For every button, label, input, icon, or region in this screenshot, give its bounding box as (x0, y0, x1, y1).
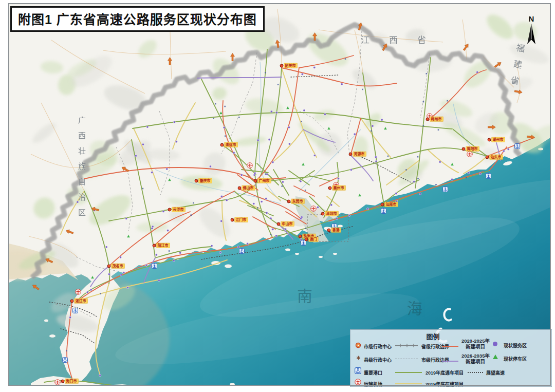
svg-text:清远市: 清远市 (226, 142, 236, 147)
svg-text:肇庆市: 肇庆市 (199, 178, 211, 183)
port-icon (443, 187, 448, 192)
north-arrow: N (521, 15, 542, 48)
legend-construction-2019: 2019年底在建项目 (425, 381, 464, 387)
north-arrow-icon (524, 23, 539, 46)
svg-text:韶关市: 韶关市 (285, 63, 296, 68)
svg-text:茂名市: 茂名市 (113, 264, 123, 268)
port-icon (381, 209, 386, 214)
svg-text:澳门: 澳门 (310, 237, 317, 241)
port-icon (486, 174, 491, 179)
map-page: 韶关市清远市河源市梅州市潮州市揭阳市汕头市汕尾市惠州市广州市东莞市深圳市佛山市肇… (0, 0, 555, 392)
legend: 图例 市级行政中心 省级行政边界 2020-2025年 新建项目 现状服务区 县… (350, 329, 552, 387)
legend-proj-2020: 2020-2025年 新建项目 (461, 339, 490, 349)
port-icon (515, 144, 520, 149)
port-icon (355, 367, 361, 374)
svg-text:梅州市: 梅州市 (431, 117, 442, 121)
port-icon (73, 308, 78, 313)
legend-airport: 运输机场 (364, 381, 382, 387)
port-icon (63, 358, 68, 363)
svg-text:香港: 香港 (332, 228, 340, 232)
city-center-icon (355, 342, 361, 348)
port-icon (301, 240, 306, 246)
svg-text:广州市: 广州市 (259, 178, 270, 183)
svg-text:汕尾市: 汕尾市 (386, 202, 397, 207)
legend-parking-area: 现状停车区 (504, 356, 527, 362)
svg-text:汕头市: 汕头市 (491, 155, 502, 159)
legend-prospective: 展望高速 (486, 369, 505, 376)
svg-text:湛江市: 湛江市 (76, 298, 86, 303)
legend-open-2019: 2019年底通车项目 (425, 369, 464, 376)
county-center-icon (356, 356, 361, 360)
legend-port: 重要港口 (364, 369, 382, 376)
proj-2020-sample (442, 346, 458, 347)
legend-municipal-boundary: 市级行政边界 (421, 357, 449, 363)
svg-text:云浮市: 云浮市 (173, 207, 184, 212)
airport-icon (55, 380, 61, 385)
map-svg: 韶关市清远市河源市梅州市潮州市揭阳市汕头市汕尾市惠州市广州市东莞市深圳市佛山市肇… (8, 3, 551, 386)
province-boundary-sample (395, 343, 418, 348)
airport-icon (467, 152, 473, 157)
svg-text:惠州市: 惠州市 (334, 185, 344, 190)
svg-text:江门市: 江门市 (236, 217, 247, 222)
port-icon (239, 249, 245, 254)
svg-text:中山市: 中山市 (282, 221, 293, 226)
service-area-icon (493, 342, 497, 346)
map-canvas: 韶关市清远市河源市梅州市潮州市揭阳市汕头市汕尾市惠州市广州市东莞市深圳市佛山市肇… (8, 3, 551, 386)
construction-2019-sample (395, 383, 422, 384)
legend-service-area: 现状服务区 (504, 342, 527, 349)
svg-text:揭阳市: 揭阳市 (467, 146, 478, 151)
legend-proj-2026: 2026-2035年 新建项目 (461, 353, 490, 364)
open-2019-sample (395, 372, 422, 373)
proj-2026-sample (442, 361, 458, 362)
legend-county-center: 县级行政中心 (364, 357, 392, 363)
airport-icon (355, 379, 361, 385)
svg-text:深圳市: 深圳市 (326, 211, 337, 216)
airport-icon (76, 289, 81, 295)
airport-icon (247, 163, 253, 169)
svg-text:东莞市: 东莞市 (292, 199, 303, 203)
svg-text:河源市: 河源市 (354, 152, 365, 156)
port-icon (152, 264, 157, 269)
legend-city-center: 市级行政中心 (364, 343, 392, 350)
prospective-sample (468, 372, 483, 373)
map-title: 附图1 广东省高速公路服务区现状分布图 (10, 6, 265, 32)
north-label: N (521, 15, 542, 23)
svg-text:海口市: 海口市 (66, 379, 77, 383)
municipal-boundary-sample (395, 359, 418, 359)
svg-text:潮州市: 潮州市 (493, 137, 504, 142)
parking-area-icon (493, 354, 498, 359)
legend-title: 图例 (350, 331, 515, 341)
svg-text:佛山市: 佛山市 (243, 185, 254, 190)
svg-text:阳江市: 阳江市 (158, 243, 169, 248)
airport-icon (311, 206, 317, 212)
